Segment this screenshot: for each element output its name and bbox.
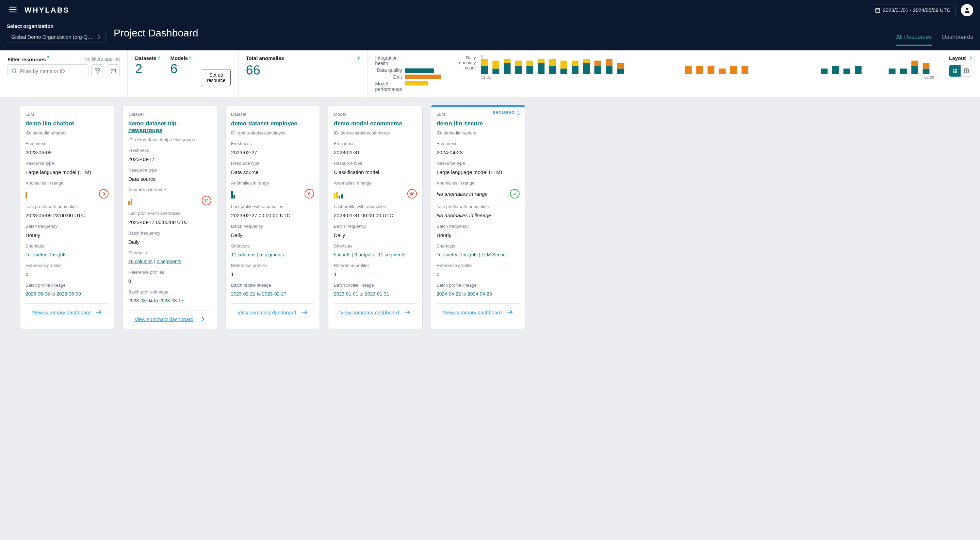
- freshness-label: Freshness: [437, 141, 520, 146]
- card-category: Dataset: [231, 112, 314, 117]
- shortcuts-row: Telemetry|Insights: [25, 252, 108, 257]
- frequency-value: Hourly: [25, 232, 108, 238]
- card-category: LLM: [25, 112, 108, 117]
- filter-label: Filter resources: [8, 57, 46, 62]
- health-integration-label: Integration health: [375, 55, 402, 66]
- shortcut-link[interactable]: 0 segments: [156, 259, 181, 264]
- anomalies-sparkline: [231, 189, 235, 199]
- svg-rect-21: [515, 66, 522, 74]
- arrow-right-icon: [95, 309, 102, 316]
- svg-rect-27: [549, 66, 556, 74]
- svg-rect-48: [832, 66, 839, 74]
- org-selector[interactable]: Global Demo Organization (org-Q…: [7, 31, 105, 43]
- page-title: Project Dashboard: [114, 27, 198, 39]
- shortcut-link[interactable]: Insights: [50, 252, 66, 257]
- lineage-link[interactable]: 2024-04-22 to 2024-04-23: [437, 291, 520, 296]
- shortcut-link[interactable]: Telemetry: [437, 252, 457, 257]
- shortcuts-row: 11 columns|5 segments: [231, 252, 314, 257]
- card-name-link[interactable]: demo-llm-secure: [437, 120, 520, 127]
- resource-card: SECURED LLM demo-llm-secure ID: demo-llm…: [431, 105, 525, 329]
- view-dashboard-link[interactable]: View summary dashboard: [25, 309, 108, 316]
- lineage-link[interactable]: 2023-03-04 to 2023-03-17: [128, 298, 211, 303]
- svg-rect-56: [923, 63, 930, 69]
- type-value: Large language model (LLM): [25, 169, 108, 175]
- card-id: ID: demo-llm-secure: [437, 131, 520, 135]
- shortcut-link[interactable]: 3 outputs: [355, 252, 374, 257]
- shortcuts-label: Shortcuts: [437, 244, 520, 248]
- shortcut-link[interactable]: 5 inputs: [334, 252, 350, 257]
- svg-rect-57: [953, 69, 955, 70]
- frequency-label: Batch frequency: [334, 224, 417, 229]
- date-range-picker[interactable]: 2023/01/01 - 2024/05/09 UTC: [870, 4, 956, 16]
- svg-rect-44: [719, 68, 726, 74]
- last-anomaly-value: 2023-02-27 00:00:00 UTC: [231, 212, 314, 218]
- filter-search-wrapper: [8, 64, 89, 77]
- anomalies-label: Anomalies in range: [231, 180, 314, 186]
- arrow-right-icon: [301, 309, 308, 316]
- help-icon[interactable]: ?: [189, 56, 192, 61]
- last-anomaly-value: No anomalies in lineage: [437, 212, 520, 218]
- help-icon[interactable]: ?: [158, 56, 160, 61]
- grid-icon: [952, 68, 958, 73]
- svg-line-9: [15, 72, 16, 73]
- chevron-updown-icon: [96, 34, 101, 39]
- resource-card: Model demo-model-ecommerce ID: demo-mode…: [328, 105, 423, 329]
- shortcut-link[interactable]: 11 segments: [378, 252, 405, 257]
- layout-grid-button[interactable]: [949, 65, 961, 76]
- svg-rect-29: [560, 68, 567, 74]
- shortcut-link[interactable]: 5 segments: [259, 252, 284, 257]
- health-bars-chart: [405, 62, 441, 86]
- svg-rect-41: [685, 66, 692, 74]
- help-icon[interactable]: ?: [969, 56, 972, 61]
- tab-all-resources[interactable]: All Resources: [896, 34, 932, 46]
- card-id: ID: demo-model-ecommerce: [334, 131, 417, 135]
- lineage-link[interactable]: 2023-01-01 to 2023-01-31: [334, 291, 417, 296]
- card-name-link[interactable]: demo-model-ecommerce: [334, 120, 417, 127]
- card-name-link[interactable]: demo-dataset-employee: [231, 120, 314, 127]
- svg-rect-37: [606, 66, 612, 74]
- lineage-link[interactable]: 2023-02-21 to 2023-02-27: [231, 291, 314, 296]
- lineage-label: Batch profile lineage: [437, 283, 520, 288]
- anomalies-text: No anomalies in range: [437, 191, 488, 197]
- filter-search-input[interactable]: [20, 68, 85, 74]
- shortcut-link[interactable]: LLM Secure: [482, 252, 507, 257]
- ref-profiles-value: 0: [437, 271, 520, 277]
- freshness-value: 2024-04-23: [437, 150, 520, 155]
- tab-dashboards[interactable]: Dashboards: [942, 34, 973, 46]
- shortcut-link[interactable]: 18 columns: [128, 259, 153, 264]
- help-icon[interactable]: ?: [47, 55, 50, 60]
- shortcuts-row: 18 columns|0 segments: [128, 259, 211, 264]
- svg-rect-36: [595, 61, 601, 66]
- lineage-label: Batch profile lineage: [128, 289, 211, 295]
- svg-rect-28: [549, 59, 556, 66]
- svg-rect-49: [843, 68, 850, 74]
- frequency-label: Batch frequency: [25, 224, 108, 229]
- setup-resource-button[interactable]: Set up resource: [202, 69, 231, 86]
- view-dashboard-link[interactable]: View summary dashboard: [128, 315, 211, 323]
- filter-button[interactable]: [91, 64, 104, 77]
- lineage-link[interactable]: 2023-06-08 to 2023-06-09: [25, 291, 108, 296]
- svg-rect-45: [730, 66, 737, 74]
- view-dashboard-link[interactable]: View summary dashboard: [437, 309, 520, 316]
- sort-button[interactable]: [107, 64, 120, 77]
- anomalies-badge: 40: [407, 189, 417, 199]
- svg-rect-39: [617, 68, 624, 74]
- shortcut-link[interactable]: Telemetry: [25, 252, 46, 257]
- ref-profiles-label: Reference profiles: [231, 263, 314, 268]
- hamburger-menu[interactable]: [7, 3, 19, 17]
- shortcut-link[interactable]: Insights: [461, 252, 477, 257]
- shortcut-link[interactable]: 11 columns: [231, 252, 256, 257]
- card-name-link[interactable]: demo-dataset-nlp-newsgroups: [128, 120, 211, 134]
- freshness-value: 2023-03-17: [128, 156, 211, 162]
- view-dashboard-link[interactable]: View summary dashboard: [231, 309, 314, 316]
- svg-rect-25: [538, 63, 545, 74]
- help-icon[interactable]: ?: [357, 56, 360, 61]
- user-avatar[interactable]: [961, 4, 973, 16]
- view-dashboard-link[interactable]: View summary dashboard: [334, 309, 417, 316]
- card-name-link[interactable]: demo-llm-chatbot: [25, 120, 108, 127]
- org-selected-value: Global Demo Organization (org-Q…: [11, 34, 92, 40]
- anomalies-label: Anomalies in range: [25, 180, 108, 186]
- svg-rect-52: [900, 68, 907, 74]
- layout-list-button[interactable]: [961, 65, 972, 76]
- svg-rect-17: [492, 68, 499, 74]
